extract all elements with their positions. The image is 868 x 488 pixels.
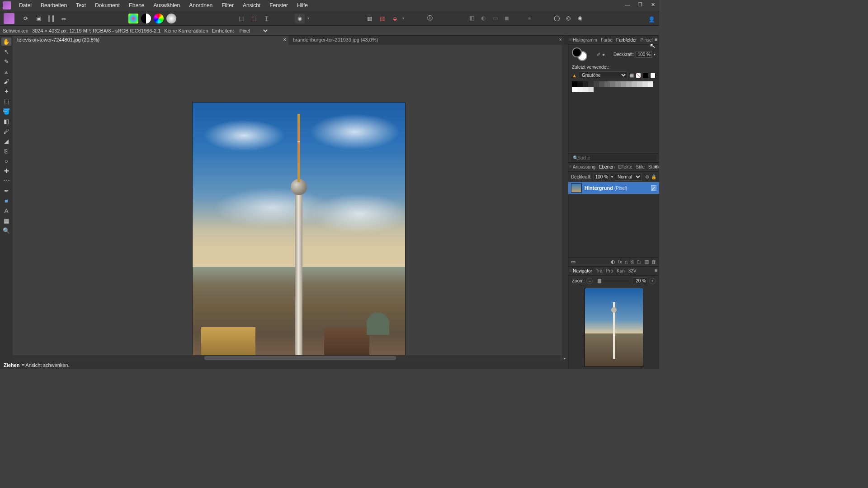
swatch[interactable] — [588, 81, 594, 87]
layer-delete-icon[interactable]: 🗑 — [651, 259, 656, 265]
menu-ansicht[interactable]: Ansicht — [238, 0, 265, 10]
menu-fenster[interactable]: Fenster — [265, 0, 292, 10]
menu-filter[interactable]: Filter — [217, 0, 238, 10]
tab-color[interactable]: Farbe — [601, 38, 613, 42]
zoom-slider[interactable] — [594, 280, 630, 282]
menu-anordnen[interactable]: Anordnen — [184, 0, 217, 10]
dropdown-arrow-icon[interactable]: ▾ — [402, 16, 404, 20]
waveform-icon[interactable]: ║║ — [46, 14, 56, 23]
hue-wheel-icon[interactable] — [154, 14, 164, 23]
layer-visible-checkbox[interactable]: ✓ — [651, 185, 656, 191]
swatch[interactable] — [588, 87, 594, 92]
snap-icon[interactable]: ⬙ — [390, 14, 400, 23]
eyedropper-icon[interactable]: ✐ — [597, 52, 600, 57]
swatch[interactable] — [599, 81, 604, 87]
sphere-icon[interactable] — [166, 14, 176, 23]
panel-menu-icon[interactable]: ≡ — [655, 268, 657, 273]
info-icon[interactable]: ⓘ — [425, 14, 435, 23]
fg-bg-color[interactable] — [572, 47, 588, 61]
cursor-text-icon[interactable]: ⌶ — [261, 14, 271, 23]
swatch[interactable] — [637, 81, 642, 87]
tab-swatches[interactable]: Farbfelder — [616, 38, 637, 42]
layer-mask-icon[interactable]: ▭ — [571, 259, 576, 265]
dot-icon[interactable]: ● — [602, 52, 605, 57]
menu-datei[interactable]: Datei — [14, 0, 36, 10]
swatch[interactable] — [577, 81, 583, 87]
grid-icon[interactable]: ▦ — [364, 14, 374, 23]
chevron-down-icon[interactable]: ▾ — [654, 52, 656, 56]
menu-ebene[interactable]: Ebene — [124, 0, 149, 10]
gear-icon[interactable]: ⚙ — [645, 174, 649, 179]
persona-icon[interactable] — [4, 13, 14, 24]
canvas-area[interactable]: ◂ ▸ — [13, 45, 568, 361]
search-input[interactable] — [571, 155, 656, 161]
gradient-icon[interactable]: ◧ — [1, 117, 11, 125]
circle2-icon[interactable]: ◎ — [563, 13, 573, 23]
tab-adjustment[interactable]: Anpassung — [573, 164, 595, 169]
layer-folder-icon[interactable]: 🗀 — [637, 259, 642, 265]
layer-adjust-icon[interactable]: ◐ — [611, 259, 615, 265]
eraser-icon[interactable]: ◢ — [1, 137, 11, 145]
swatch[interactable] — [583, 87, 588, 92]
text-tool-icon[interactable]: A — [1, 206, 11, 215]
dropdown-arrow-icon[interactable]: ▾ — [307, 16, 309, 20]
navigator-thumbnail[interactable] — [585, 288, 643, 367]
swatch[interactable] — [594, 81, 599, 87]
document-tab[interactable]: television-tower-7244801.jpg (20,5%) ✕ — [13, 36, 288, 45]
tab-channels[interactable]: Kan — [617, 268, 625, 273]
layer-opacity-input[interactable] — [593, 174, 609, 180]
swatch[interactable] — [642, 81, 648, 87]
brush-icon[interactable]: 🖊 — [1, 127, 11, 135]
refresh-icon[interactable]: ⟳ — [21, 14, 31, 23]
chevron-down-icon[interactable]: ▾ — [611, 175, 613, 179]
swatch[interactable] — [648, 81, 653, 87]
close-icon[interactable]: ✕ — [559, 38, 562, 42]
bucket-icon[interactable]: 🪣 — [1, 107, 11, 115]
circle1-icon[interactable]: ◯ — [552, 13, 561, 23]
close-icon[interactable]: ✕ — [283, 38, 287, 42]
circle3-icon[interactable]: ◉ — [575, 13, 585, 23]
account-icon[interactable]: 👤 — [646, 14, 656, 24]
grip-icon[interactable]: ⠿ — [569, 165, 572, 169]
shape-tool-icon[interactable]: ■ — [1, 197, 11, 205]
menu-bearbeiten[interactable]: Bearbeiten — [36, 0, 71, 10]
bw-icon[interactable] — [141, 14, 151, 23]
tab-styles[interactable]: Stile — [636, 164, 644, 169]
persona-tone-icon[interactable]: ◼ — [502, 13, 512, 23]
grip-icon[interactable]: ⠿ — [569, 38, 572, 42]
swatch[interactable] — [632, 81, 637, 87]
persona-develop-icon[interactable]: ▭ — [490, 13, 500, 23]
marquee-icon[interactable]: ⬚ — [236, 14, 246, 23]
tab-32v[interactable]: 32V — [628, 268, 637, 273]
tab-navigator[interactable]: Navigator — [573, 268, 592, 273]
tab-layers[interactable]: Ebenen — [599, 164, 614, 169]
selection-brush-icon[interactable]: 🖌 — [1, 77, 11, 85]
swatch[interactable] — [583, 81, 588, 87]
healing-icon[interactable]: ✚ — [1, 167, 11, 175]
menu-auswählen[interactable]: Auswählen — [149, 0, 184, 10]
align-icon[interactable]: ≡ — [524, 13, 534, 23]
quickmask-icon[interactable]: ◉ — [295, 14, 305, 23]
layer-link-icon[interactable]: ⎘ — [631, 259, 634, 265]
swatch[interactable] — [572, 81, 577, 87]
scrollbar-vertical[interactable] — [562, 45, 568, 355]
zoom-input[interactable] — [632, 277, 647, 284]
black-swatch[interactable] — [643, 73, 648, 78]
palette-select[interactable]: Grautöne — [579, 71, 627, 79]
grid-red-icon[interactable]: ▤ — [377, 14, 387, 23]
move-tool-icon[interactable]: ↖ — [1, 47, 11, 56]
units-select[interactable]: Pixel — [237, 28, 269, 34]
opacity-input[interactable] — [636, 51, 652, 58]
tab-protocol[interactable]: Pro — [606, 268, 613, 273]
zoom-tool-icon[interactable]: 🔍 — [1, 226, 11, 235]
swatch[interactable] — [615, 81, 621, 87]
none-swatch[interactable] — [636, 73, 641, 78]
menu-dokument[interactable]: Dokument — [90, 0, 124, 10]
swatch[interactable] — [610, 81, 615, 87]
persona-crop-icon[interactable]: ◧ — [467, 13, 476, 23]
dodge-icon[interactable]: ○ — [1, 157, 11, 165]
document-tab[interactable]: brandenburger-tor-201939.jpg (43,0%) ✕ — [288, 36, 564, 45]
marquee-x-icon[interactable]: ⬚ — [249, 14, 259, 23]
lock-icon[interactable]: 🔒 — [651, 174, 656, 179]
fg-color-circle[interactable] — [572, 47, 582, 57]
